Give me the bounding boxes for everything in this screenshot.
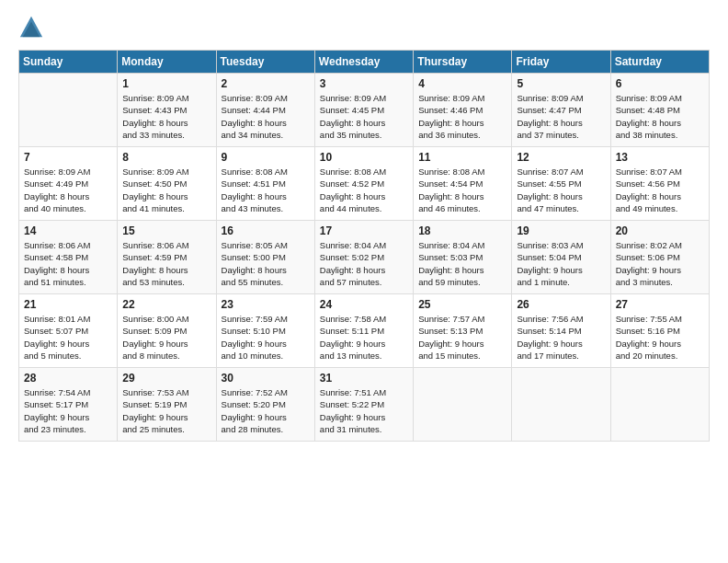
header-cell-friday: Friday (512, 51, 610, 74)
day-number: 7 (24, 151, 112, 164)
day-number: 23 (222, 298, 310, 311)
week-row-3: 14Sunrise: 8:06 AMSunset: 4:58 PMDayligh… (19, 221, 710, 294)
cell-details: Sunrise: 8:09 AMSunset: 4:50 PMDaylight:… (122, 166, 210, 214)
calendar-cell: 10Sunrise: 8:08 AMSunset: 4:52 PMDayligh… (314, 147, 413, 221)
calendar-cell: 14Sunrise: 8:06 AMSunset: 4:58 PMDayligh… (19, 221, 118, 294)
calendar-cell: 19Sunrise: 8:03 AMSunset: 5:04 PMDayligh… (512, 221, 610, 294)
calendar-cell: 8Sunrise: 8:09 AMSunset: 4:50 PMDaylight… (118, 147, 216, 221)
calendar-cell (610, 368, 709, 442)
calendar-cell: 22Sunrise: 8:00 AMSunset: 5:09 PMDayligh… (118, 294, 216, 368)
calendar-cell: 5Sunrise: 8:09 AMSunset: 4:47 PMDaylight… (512, 74, 610, 147)
day-number: 11 (418, 151, 506, 164)
day-number: 31 (320, 372, 408, 385)
day-number: 5 (517, 77, 605, 90)
week-row-4: 21Sunrise: 8:01 AMSunset: 5:07 PMDayligh… (19, 294, 710, 368)
day-number: 13 (616, 151, 704, 164)
calendar-cell: 12Sunrise: 8:07 AMSunset: 4:55 PMDayligh… (512, 147, 610, 221)
cell-details: Sunrise: 8:01 AMSunset: 5:07 PMDaylight:… (24, 313, 112, 362)
calendar-cell: 17Sunrise: 8:04 AMSunset: 5:02 PMDayligh… (314, 221, 413, 294)
header-cell-thursday: Thursday (414, 51, 512, 74)
calendar-cell (19, 74, 118, 147)
calendar-cell: 13Sunrise: 8:07 AMSunset: 4:56 PMDayligh… (610, 147, 709, 221)
page: SundayMondayTuesdayWednesdayThursdayFrid… (0, 0, 728, 563)
cell-details: Sunrise: 8:09 AMSunset: 4:45 PMDaylight:… (320, 92, 408, 141)
cell-details: Sunrise: 8:05 AMSunset: 5:00 PMDaylight:… (222, 239, 310, 288)
day-number: 2 (222, 77, 310, 90)
day-number: 24 (320, 298, 408, 311)
header-row: SundayMondayTuesdayWednesdayThursdayFrid… (19, 51, 710, 74)
day-number: 25 (418, 298, 506, 311)
calendar-cell (414, 368, 512, 442)
calendar-cell: 4Sunrise: 8:09 AMSunset: 4:46 PMDaylight… (414, 74, 512, 147)
cell-details: Sunrise: 8:08 AMSunset: 4:52 PMDaylight:… (320, 166, 408, 214)
calendar-cell: 31Sunrise: 7:51 AMSunset: 5:22 PMDayligh… (314, 368, 413, 442)
calendar-cell: 26Sunrise: 7:56 AMSunset: 5:14 PMDayligh… (512, 294, 610, 368)
header-cell-sunday: Sunday (19, 51, 118, 74)
week-row-2: 7Sunrise: 8:09 AMSunset: 4:49 PMDaylight… (19, 147, 710, 221)
day-number: 28 (24, 372, 112, 385)
day-number: 9 (222, 151, 310, 164)
day-number: 1 (122, 77, 210, 90)
day-number: 3 (320, 77, 408, 90)
day-number: 27 (616, 298, 704, 311)
logo (18, 15, 48, 40)
calendar-cell: 29Sunrise: 7:53 AMSunset: 5:19 PMDayligh… (118, 368, 216, 442)
week-row-5: 28Sunrise: 7:54 AMSunset: 5:17 PMDayligh… (19, 368, 710, 442)
day-number: 12 (517, 151, 605, 164)
cell-details: Sunrise: 8:02 AMSunset: 5:06 PMDaylight:… (616, 239, 704, 288)
calendar-cell: 18Sunrise: 8:04 AMSunset: 5:03 PMDayligh… (414, 221, 512, 294)
calendar-cell: 30Sunrise: 7:52 AMSunset: 5:20 PMDayligh… (216, 368, 314, 442)
cell-details: Sunrise: 8:07 AMSunset: 4:55 PMDaylight:… (517, 166, 605, 214)
header-cell-wednesday: Wednesday (314, 51, 413, 74)
header-cell-tuesday: Tuesday (216, 51, 314, 74)
calendar-cell: 25Sunrise: 7:57 AMSunset: 5:13 PMDayligh… (414, 294, 512, 368)
header (18, 15, 710, 40)
calendar-cell (512, 368, 610, 442)
cell-details: Sunrise: 8:09 AMSunset: 4:46 PMDaylight:… (418, 92, 506, 141)
logo-icon (18, 15, 44, 40)
cell-details: Sunrise: 8:06 AMSunset: 4:59 PMDaylight:… (122, 239, 210, 288)
cell-details: Sunrise: 7:55 AMSunset: 5:16 PMDaylight:… (616, 313, 704, 362)
header-cell-monday: Monday (118, 51, 216, 74)
day-number: 19 (517, 224, 605, 237)
cell-details: Sunrise: 7:53 AMSunset: 5:19 PMDaylight:… (122, 386, 210, 435)
calendar-body: 1Sunrise: 8:09 AMSunset: 4:43 PMDaylight… (19, 74, 710, 442)
calendar-cell: 20Sunrise: 8:02 AMSunset: 5:06 PMDayligh… (610, 221, 709, 294)
day-number: 10 (320, 151, 408, 164)
cell-details: Sunrise: 8:03 AMSunset: 5:04 PMDaylight:… (517, 239, 605, 288)
calendar-cell: 7Sunrise: 8:09 AMSunset: 4:49 PMDaylight… (19, 147, 118, 221)
cell-details: Sunrise: 8:06 AMSunset: 4:58 PMDaylight:… (24, 239, 112, 288)
day-number: 18 (418, 224, 506, 237)
calendar-cell: 3Sunrise: 8:09 AMSunset: 4:45 PMDaylight… (314, 74, 413, 147)
calendar-cell: 28Sunrise: 7:54 AMSunset: 5:17 PMDayligh… (19, 368, 118, 442)
calendar-cell: 11Sunrise: 8:08 AMSunset: 4:54 PMDayligh… (414, 147, 512, 221)
calendar-cell: 2Sunrise: 8:09 AMSunset: 4:44 PMDaylight… (216, 74, 314, 147)
calendar-table: SundayMondayTuesdayWednesdayThursdayFrid… (18, 50, 710, 442)
day-number: 22 (122, 298, 210, 311)
calendar-cell: 23Sunrise: 7:59 AMSunset: 5:10 PMDayligh… (216, 294, 314, 368)
week-row-1: 1Sunrise: 8:09 AMSunset: 4:43 PMDaylight… (19, 74, 710, 147)
cell-details: Sunrise: 8:04 AMSunset: 5:02 PMDaylight:… (320, 239, 408, 288)
day-number: 14 (24, 224, 112, 237)
calendar-cell: 24Sunrise: 7:58 AMSunset: 5:11 PMDayligh… (314, 294, 413, 368)
calendar-header: SundayMondayTuesdayWednesdayThursdayFrid… (19, 51, 710, 74)
cell-details: Sunrise: 8:09 AMSunset: 4:49 PMDaylight:… (24, 166, 112, 214)
calendar-cell: 9Sunrise: 8:08 AMSunset: 4:51 PMDaylight… (216, 147, 314, 221)
day-number: 4 (418, 77, 506, 90)
day-number: 15 (122, 224, 210, 237)
day-number: 17 (320, 224, 408, 237)
cell-details: Sunrise: 7:57 AMSunset: 5:13 PMDaylight:… (418, 313, 506, 362)
cell-details: Sunrise: 7:54 AMSunset: 5:17 PMDaylight:… (24, 386, 112, 435)
calendar-cell: 1Sunrise: 8:09 AMSunset: 4:43 PMDaylight… (118, 74, 216, 147)
day-number: 16 (222, 224, 310, 237)
day-number: 21 (24, 298, 112, 311)
calendar-cell: 15Sunrise: 8:06 AMSunset: 4:59 PMDayligh… (118, 221, 216, 294)
day-number: 30 (222, 372, 310, 385)
day-number: 20 (616, 224, 704, 237)
cell-details: Sunrise: 8:09 AMSunset: 4:47 PMDaylight:… (517, 92, 605, 141)
cell-details: Sunrise: 8:09 AMSunset: 4:48 PMDaylight:… (616, 92, 704, 141)
day-number: 29 (122, 372, 210, 385)
day-number: 6 (616, 77, 704, 90)
cell-details: Sunrise: 8:09 AMSunset: 4:44 PMDaylight:… (222, 92, 310, 141)
day-number: 26 (517, 298, 605, 311)
